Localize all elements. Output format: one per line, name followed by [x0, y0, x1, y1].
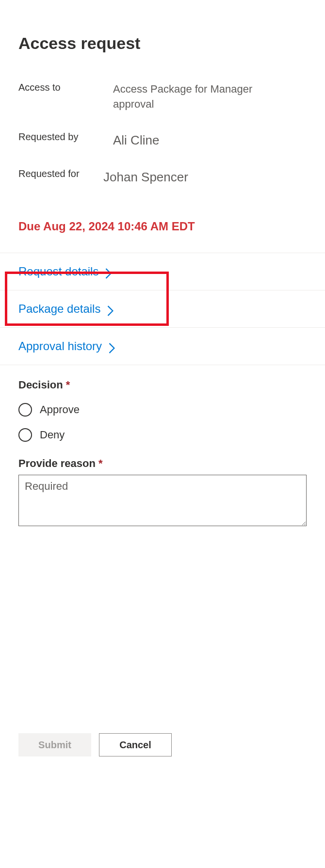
requested-for-value: Johan Spencer [103, 168, 208, 186]
access-to-label: Access to [18, 82, 113, 112]
requested-for-row: Requested for Johan Spencer [18, 168, 307, 186]
requested-by-row: Requested by Ali Cline [18, 131, 307, 149]
requested-by-label: Requested by [18, 131, 113, 149]
deny-label: Deny [40, 429, 65, 441]
decision-section: Decision * Approve Deny [0, 365, 325, 442]
radio-icon [18, 428, 32, 442]
deny-option[interactable]: Deny [18, 428, 307, 442]
access-to-row: Access to Access Package for Manager app… [18, 82, 307, 112]
reason-section: Provide reason * [0, 453, 325, 528]
package-details-row[interactable]: Package details [0, 290, 325, 327]
reason-textarea[interactable] [18, 475, 307, 526]
reason-label-text: Provide reason [18, 457, 96, 469]
cancel-button[interactable]: Cancel [99, 733, 172, 756]
required-star-icon: * [98, 457, 103, 469]
requested-for-label: Requested for [18, 168, 113, 186]
expandable-list: Request details Package details Approval… [0, 253, 325, 365]
request-details-label: Request details [18, 265, 98, 278]
submit-button[interactable]: Submit [18, 733, 91, 756]
chevron-right-icon [107, 305, 114, 312]
radio-icon [18, 403, 32, 417]
approval-history-label: Approval history [18, 339, 102, 353]
approve-label: Approve [40, 403, 80, 416]
requested-by-value: Ali Cline [113, 131, 179, 149]
approval-history-row[interactable]: Approval history [0, 327, 325, 365]
due-date: Due Aug 22, 2024 10:46 AM EDT [0, 205, 325, 248]
reason-label: Provide reason * [18, 457, 307, 470]
decision-label: Decision * [18, 379, 307, 391]
chevron-right-icon [109, 343, 115, 350]
request-info: Access to Access Package for Manager app… [0, 53, 325, 186]
footer-buttons: Submit Cancel [18, 733, 172, 756]
required-star-icon: * [66, 379, 70, 391]
chevron-right-icon [105, 268, 112, 275]
access-to-value: Access Package for Manager approval [113, 82, 307, 112]
request-details-row[interactable]: Request details [0, 253, 325, 290]
approve-option[interactable]: Approve [18, 403, 307, 417]
package-details-label: Package details [18, 302, 100, 316]
page-title: Access request [0, 0, 325, 53]
decision-label-text: Decision [18, 379, 63, 391]
